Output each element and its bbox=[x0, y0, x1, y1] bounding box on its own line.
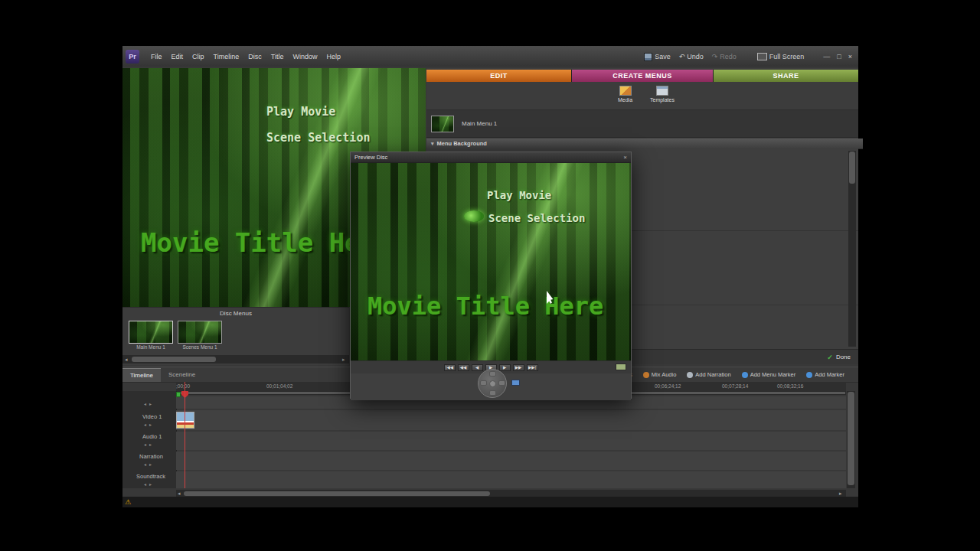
video-clip-thumbnail[interactable] bbox=[176, 412, 194, 429]
track-row-soundtrack bbox=[176, 471, 846, 488]
dialog-titlebar[interactable]: Preview Disc × bbox=[351, 152, 631, 163]
media-label: Media bbox=[618, 97, 632, 103]
disc-menu-thumb-main[interactable]: Main Menu 1 bbox=[129, 321, 173, 350]
menu-list-item-main-menu-1[interactable]: Main Menu 1 bbox=[426, 110, 858, 138]
dialog-title: Preview Disc bbox=[354, 154, 387, 161]
disc-menu-thumb-scenes[interactable]: Scenes Menu 1 bbox=[178, 321, 222, 350]
disc-menu-thumb-label: Main Menu 1 bbox=[129, 344, 173, 350]
rewind-button[interactable]: ◀◀ bbox=[458, 364, 469, 371]
done-button[interactable]: Done bbox=[836, 354, 851, 360]
full-screen-icon bbox=[757, 53, 767, 60]
previous-menu-button[interactable]: |◀◀ bbox=[444, 364, 456, 371]
panel-scrollbar-thumb[interactable] bbox=[849, 152, 855, 184]
track-row-narration bbox=[176, 452, 846, 470]
disc-menus-panel: Disc Menus Main Menu 1 Scenes Menu 1 ◂ ▸ bbox=[122, 307, 349, 365]
menu-marker[interactable] bbox=[176, 392, 181, 397]
preview-option-button[interactable] bbox=[616, 364, 626, 370]
add-menu-marker-label: Add Menu Marker bbox=[750, 371, 796, 378]
track-toggle-icons[interactable]: ◂▸ bbox=[144, 481, 155, 487]
track-toggle-icons[interactable]: ◂▸ bbox=[144, 461, 155, 467]
disc-menu-thumb-image bbox=[129, 321, 173, 344]
disc-menu-thumb-label: Scenes Menu 1 bbox=[178, 344, 222, 350]
done-check-icon: ✓ bbox=[827, 354, 833, 361]
preview-video: Play Movie Scene Selection Movie Title H… bbox=[351, 163, 631, 360]
nav-up-button[interactable] bbox=[489, 371, 496, 377]
tab-create-menus[interactable]: CREATE MENUS bbox=[572, 70, 714, 82]
menu-edit[interactable]: Edit bbox=[167, 53, 188, 60]
disc-menus-scrollbar[interactable]: ◂ ▸ bbox=[122, 355, 349, 364]
full-screen-button[interactable]: Full Screen bbox=[757, 53, 805, 60]
main-menu-thumbnail bbox=[431, 116, 454, 132]
tab-edit[interactable]: EDIT bbox=[426, 70, 572, 82]
menu-file[interactable]: File bbox=[146, 53, 167, 60]
menu-item-play-movie: Play Movie bbox=[266, 105, 335, 119]
menu-title[interactable]: Title bbox=[266, 53, 289, 60]
nav-enter-button[interactable] bbox=[489, 380, 496, 387]
timeline-vscrollbar[interactable] bbox=[847, 391, 855, 488]
timeline-vscrollbar-thumb[interactable] bbox=[848, 392, 854, 485]
menu-marker-icon bbox=[742, 372, 748, 378]
step-forward-button[interactable]: ▶ bbox=[499, 364, 511, 371]
warning-icon[interactable]: ⚠ bbox=[125, 498, 131, 506]
menu-window[interactable]: Window bbox=[288, 53, 322, 60]
menu-timeline[interactable]: Timeline bbox=[209, 53, 244, 60]
tab-share[interactable]: SHARE bbox=[714, 70, 858, 82]
tab-sceneline[interactable]: Sceneline bbox=[161, 368, 203, 382]
media-button[interactable]: Media bbox=[618, 86, 632, 103]
add-narration-button[interactable]: Add Narration bbox=[687, 371, 730, 378]
templates-button[interactable]: Templates bbox=[650, 86, 675, 103]
scroll-left-icon[interactable]: ◂ bbox=[178, 491, 181, 496]
ruler-label: 00;01;04;02 bbox=[266, 383, 292, 389]
panel-toolbar: Media Templates bbox=[426, 82, 858, 110]
minimize-button[interactable]: — bbox=[823, 53, 830, 60]
save-button[interactable]: Save bbox=[644, 53, 671, 61]
nav-down-button[interactable] bbox=[489, 390, 496, 396]
undo-label: Undo bbox=[687, 53, 704, 60]
track-toggle-icons[interactable]: ◂▸ bbox=[144, 422, 155, 427]
close-button[interactable]: × bbox=[848, 53, 852, 60]
dialog-close-icon[interactable]: × bbox=[623, 154, 627, 161]
next-menu-button[interactable]: ▶▶| bbox=[527, 364, 538, 371]
scroll-right-icon[interactable]: ▸ bbox=[342, 357, 345, 362]
menu-disc[interactable]: Disc bbox=[243, 53, 266, 60]
track-row-video1 bbox=[176, 410, 846, 430]
undo-button[interactable]: ↶ Undo bbox=[679, 53, 704, 60]
add-menu-marker-button[interactable]: Add Menu Marker bbox=[742, 371, 796, 378]
microphone-icon bbox=[687, 372, 693, 378]
track-label-soundtrack: Soundtrack bbox=[136, 473, 165, 480]
scroll-right-icon[interactable]: ▸ bbox=[839, 491, 842, 496]
nav-right-button[interactable] bbox=[498, 380, 505, 386]
track-label-video1: Video 1 bbox=[142, 413, 162, 420]
step-back-button[interactable]: ◀ bbox=[472, 364, 483, 371]
timeline-hscrollbar-thumb[interactable] bbox=[184, 491, 490, 496]
menu-item-scene-selection: Scene Selection bbox=[266, 131, 370, 145]
add-marker-button[interactable]: Add Marker bbox=[806, 371, 844, 378]
track-toggle-icons[interactable]: ◂▸ bbox=[144, 442, 155, 447]
mix-audio-icon bbox=[643, 372, 649, 378]
restore-button[interactable]: □ bbox=[837, 53, 841, 60]
preview-play-movie-button[interactable]: Play Movie bbox=[487, 189, 551, 201]
redo-icon: ↷ bbox=[712, 53, 718, 60]
menu-return-icon[interactable] bbox=[511, 380, 520, 386]
nav-left-button[interactable] bbox=[480, 380, 487, 386]
save-icon bbox=[644, 53, 652, 61]
disc-menus-scrollbar-thumb[interactable] bbox=[132, 357, 216, 362]
track-label-column: ◂▸ Video 1 ◂▸ Audio 1 ◂▸ Narration ◂▸ So… bbox=[122, 391, 177, 488]
redo-button[interactable]: ↷ Redo bbox=[712, 53, 737, 60]
menu-background-header[interactable]: ▾ Menu Background bbox=[426, 139, 863, 149]
undo-icon: ↶ bbox=[679, 53, 685, 60]
track-toggle-icons[interactable]: ◂▸ bbox=[144, 401, 155, 406]
dvd-nav-pad bbox=[478, 369, 507, 398]
disc-menus-header: Disc Menus bbox=[122, 308, 349, 319]
preview-scene-selection-button[interactable]: Scene Selection bbox=[488, 212, 585, 224]
scroll-left-icon[interactable]: ◂ bbox=[125, 357, 128, 362]
tab-timeline[interactable]: Timeline bbox=[122, 368, 161, 382]
mix-audio-button[interactable]: Mix Audio bbox=[643, 371, 677, 378]
panel-scrollbar[interactable] bbox=[848, 151, 856, 347]
track-label-audio1: Audio 1 bbox=[142, 433, 162, 440]
menu-help[interactable]: Help bbox=[322, 53, 345, 60]
menu-clip[interactable]: Clip bbox=[188, 53, 209, 60]
fast-forward-button[interactable]: ▶▶ bbox=[513, 364, 524, 371]
mix-audio-label: Mix Audio bbox=[652, 371, 677, 378]
disc-menu-thumb-image bbox=[178, 321, 222, 344]
